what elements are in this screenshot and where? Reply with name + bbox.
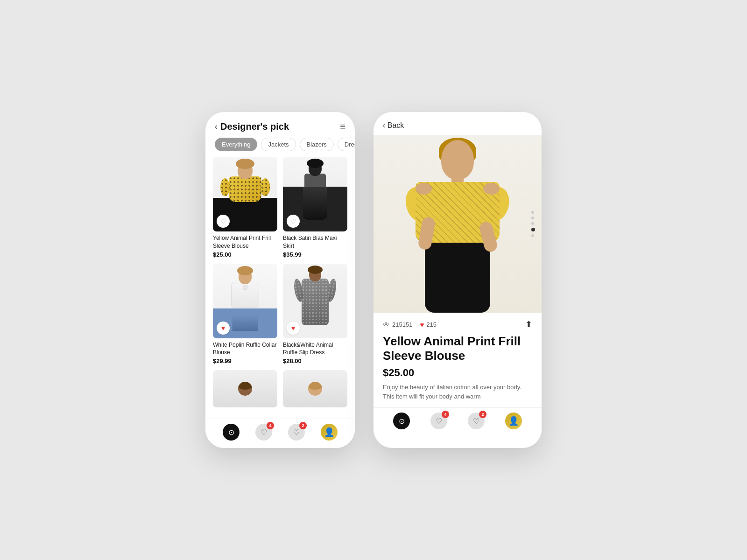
eye-icon: 👁: [383, 321, 390, 329]
model-head: [441, 140, 474, 180]
header-title-group: ‹ Designer's pick: [215, 121, 289, 132]
stats-row: 👁 215151 ♥ 215 ⬆: [383, 319, 532, 329]
product-card-3[interactable]: ♥ White Poplin Ruffle Collar Blouse $29.…: [213, 264, 277, 365]
product-hero-image: [374, 135, 542, 313]
product-name-1: Yellow Animal Print Frill Sleeve Blouse: [213, 234, 277, 250]
right-avatar-icon: 👤: [505, 413, 522, 429]
nav-profile[interactable]: 👤: [321, 424, 338, 441]
right-nav-home[interactable]: ⊙: [393, 413, 410, 429]
avatar-icon: 👤: [321, 424, 338, 441]
wishlist-btn-4[interactable]: ♥: [287, 322, 300, 335]
dot-5[interactable]: [531, 234, 534, 237]
dot-3[interactable]: [531, 222, 534, 225]
right-phone: ‹ Back: [374, 112, 542, 448]
right-cart-badge: 2: [479, 411, 486, 418]
tab-blazers[interactable]: Blazers: [300, 138, 334, 151]
wishlist-btn-3[interactable]: ♥: [217, 322, 230, 335]
dot-4-active[interactable]: [531, 228, 535, 231]
product-price-3: $29.99: [213, 357, 277, 364]
tab-jackets[interactable]: Jackets: [261, 138, 296, 151]
like-number: 215: [426, 321, 437, 328]
left-header: ‹ Designer's pick ≡: [205, 112, 355, 138]
wishlist-btn-1[interactable]: ♡: [217, 215, 230, 228]
product-detail-title: Yellow Animal Print Frill Sleeve Blouse: [383, 334, 532, 363]
view-count: 👁 215151: [383, 321, 412, 329]
product-image-2: ♡: [283, 157, 347, 231]
scroll-dots: [531, 211, 535, 237]
nav-cart[interactable]: ♡ 2: [288, 424, 305, 441]
dot-2[interactable]: [531, 217, 534, 219]
wishlist-badge-1: 4: [267, 422, 274, 429]
wishlist-btn-2[interactable]: ♡: [287, 215, 300, 228]
product-image-3: ♥: [213, 264, 277, 338]
model-pants: [425, 240, 490, 313]
product-image-5: [213, 370, 277, 407]
filter-icon[interactable]: ≡: [340, 121, 345, 132]
tab-everything[interactable]: Everything: [215, 138, 257, 151]
product-name-3: White Poplin Ruffle Collar Blouse: [213, 341, 277, 357]
product-name-2: Black Satin Bias Maxi Skirt: [283, 234, 347, 250]
cart-badge: 2: [299, 422, 307, 429]
heart-icon: ♥: [420, 321, 424, 329]
product-name-4: Black&White Animal Ruffle Slip Dress: [283, 341, 347, 357]
right-nav-cart[interactable]: ♡ 2: [468, 413, 485, 429]
right-nav-wishlist[interactable]: ♡ 4: [430, 413, 447, 429]
home-icon: ⊙: [223, 424, 240, 441]
product-image-4: ♥: [283, 264, 347, 338]
product-card-6[interactable]: [283, 370, 347, 419]
product-card-2[interactable]: ♡ Black Satin Bias Maxi Skirt $35.99: [283, 157, 347, 258]
product-price-1: $25.00: [213, 251, 277, 258]
model-shoulder-right: [483, 183, 500, 195]
right-bottom-nav: ⊙ ♡ 4 ♡ 2 👤: [374, 407, 542, 437]
product-image-6: [283, 370, 347, 407]
filter-tabs: Everything Jackets Blazers Dresses: [205, 138, 355, 157]
share-button[interactable]: ⬆: [525, 319, 532, 329]
product-card-4[interactable]: ♥ Black&White Animal Ruffle Slip Dress $…: [283, 264, 347, 365]
back-arrow-icon[interactable]: ‹: [215, 122, 218, 132]
product-grid: ♡ Yellow Animal Print Frill Sleeve Blous…: [205, 157, 355, 419]
right-header: ‹ Back: [374, 112, 542, 135]
product-image-1: ♡: [213, 157, 277, 231]
nav-home[interactable]: ⊙: [223, 424, 240, 441]
dot-1[interactable]: [531, 211, 534, 214]
product-card-5[interactable]: [213, 370, 277, 419]
nav-wishlist-1[interactable]: ♡ 4: [255, 424, 272, 441]
right-home-icon: ⊙: [393, 413, 410, 429]
model-figure: [392, 135, 523, 313]
product-detail-price: $25.00: [383, 367, 532, 379]
product-detail: 👁 215151 ♥ 215 ⬆ Yellow Animal Print Fri…: [374, 313, 542, 407]
left-bottom-nav: ⊙ ♡ 4 ♡ 2 👤: [205, 419, 355, 448]
back-button[interactable]: ‹ Back: [383, 121, 404, 130]
view-number: 215151: [392, 321, 412, 328]
product-card-1[interactable]: ♡ Yellow Animal Print Frill Sleeve Blous…: [213, 157, 277, 258]
product-price-4: $28.00: [283, 357, 347, 364]
tab-dresses[interactable]: Dresses: [338, 138, 355, 151]
left-phone: ‹ Designer's pick ≡ Everything Jackets B…: [205, 112, 355, 448]
product-description: Enjoy the beauty of italian cotton all o…: [383, 383, 532, 401]
page-title: Designer's pick: [220, 121, 289, 132]
product-price-2: $35.99: [283, 251, 347, 258]
like-count: ♥ 215: [420, 321, 437, 329]
model-shoulder-left: [416, 183, 432, 195]
right-nav-profile[interactable]: 👤: [505, 413, 522, 429]
right-wishlist-badge: 4: [442, 411, 449, 418]
